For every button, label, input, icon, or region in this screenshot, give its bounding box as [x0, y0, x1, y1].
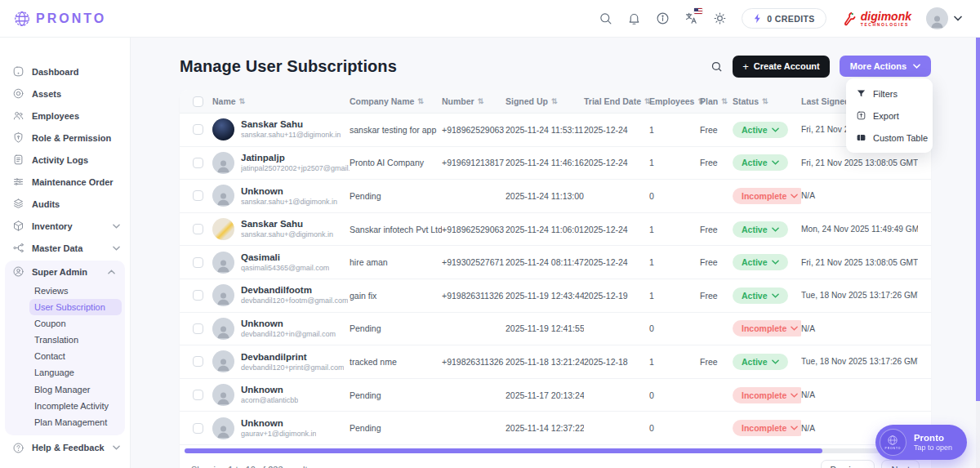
sidebar-item-super-admin[interactable]: Super Admin	[5, 261, 125, 283]
status-badge[interactable]: Active	[733, 154, 788, 171]
table-row[interactable]: Unknown acorn@atlanticbb Pending 2025-11…	[180, 379, 931, 412]
cell-signed-up: 2025-11-17 20:13:24	[506, 390, 584, 400]
table-row[interactable]: Unknown sanskar.sahu+1@digimonk.in Pendi…	[180, 180, 931, 213]
sidebar-item-label: Super Admin	[32, 267, 100, 277]
table-row[interactable]: Devbandilfootm devbandil120+footm@gmail.…	[180, 279, 931, 313]
sidebar-subitem-translation[interactable]: Translation	[29, 332, 122, 348]
cell-name: Sanskar Sahu sanskar.sahu+@digimonk.in	[212, 218, 350, 240]
menu-item-label: Custom Table	[873, 133, 928, 143]
status-badge[interactable]: Active	[733, 221, 788, 238]
pronto-assistant-widget[interactable]: PRONTO Pronto Tap to open	[875, 425, 967, 460]
row-checkbox[interactable]	[193, 257, 203, 268]
sidebar-subitem-plan-management[interactable]: Plan Management	[29, 414, 122, 430]
column-header-status[interactable]: Status⇅	[733, 96, 801, 106]
status-badge[interactable]: Active	[733, 354, 788, 370]
notifications-icon[interactable]	[627, 11, 641, 25]
menu-item-custom-table[interactable]: Custom Table	[846, 127, 933, 149]
sort-icon[interactable]: ⇅	[239, 97, 246, 105]
table-row[interactable]: Sanskar Sahu sanskar.sahu+@digimonk.in S…	[180, 213, 931, 247]
status-badge[interactable]: Active	[733, 122, 788, 138]
previous-page-button[interactable]: Previous	[821, 460, 875, 468]
audits-icon	[12, 198, 24, 210]
menu-item-filters[interactable]: Filters	[846, 82, 933, 105]
sidebar-item-activity-logs[interactable]: Activity Logs	[0, 149, 130, 171]
status-badge[interactable]: Active	[733, 254, 788, 270]
sidebar-subitem-language[interactable]: Language	[29, 364, 122, 381]
next-page-button[interactable]: Next	[881, 460, 920, 468]
column-header-trial-end-date[interactable]: Trial End Date⇅	[584, 96, 649, 106]
sidebar-subitem-reviews[interactable]: Reviews	[29, 283, 122, 299]
sidebar-item-audits[interactable]: Audits	[0, 193, 130, 215]
table-row[interactable]: Qasimali qasimali54365@gmail.com hire am…	[180, 246, 931, 279]
brand-logo[interactable]: PRONTO	[13, 10, 106, 28]
row-checkbox[interactable]	[193, 124, 203, 135]
sidebar-subitem-blog-manager[interactable]: Blog Manager	[29, 381, 122, 398]
sidebar-item-role-permission[interactable]: Role & Permission	[0, 127, 130, 149]
topbar-icons	[599, 11, 727, 25]
user-menu[interactable]	[926, 7, 962, 29]
sidebar-item-dashboard[interactable]: Dashboard	[0, 60, 130, 82]
sidebar-subitem-coupon[interactable]: Coupon	[29, 315, 122, 332]
sidebar-item-inventory[interactable]: Inventory	[0, 215, 130, 237]
sidebar-subitem-incomplete-activity[interactable]: Incomplete Activity	[29, 398, 122, 414]
assets-icon	[12, 87, 24, 100]
table-row[interactable]: Unknown devbandil120+in@gmail.com Pendin…	[180, 313, 931, 346]
user-name: Unknown	[241, 384, 298, 396]
table-search-button[interactable]	[710, 60, 723, 73]
horizontal-scrollbar-thumb[interactable]	[185, 448, 822, 453]
search-icon[interactable]	[599, 11, 612, 25]
horizontal-scrollbar[interactable]	[185, 448, 926, 453]
status-badge[interactable]: Active	[733, 287, 788, 304]
table-row[interactable]: Jatinpaljp jatinpal25072002+jp2507@gmail…	[180, 147, 931, 181]
column-header-number[interactable]: Number⇅	[442, 96, 506, 106]
status-badge[interactable]: Incomplete	[733, 188, 801, 204]
row-checkbox[interactable]	[193, 190, 203, 201]
sidebar-item-master-data[interactable]: Master Data	[0, 237, 130, 259]
sidebar-item-maintenance-order[interactable]: Maintenance Order	[0, 171, 130, 193]
status-badge[interactable]: Incomplete	[733, 320, 801, 337]
sort-icon[interactable]: ⇅	[721, 97, 728, 105]
table-row[interactable]: Devbandilprint devbandil120+print@gmail.…	[180, 345, 931, 379]
menu-item-export[interactable]: Export	[846, 105, 933, 127]
row-checkbox[interactable]	[193, 158, 203, 168]
row-checkbox[interactable]	[193, 390, 203, 400]
column-header-company-name[interactable]: Company Name⇅	[350, 96, 442, 106]
status-badge[interactable]: Incomplete	[733, 387, 801, 403]
sort-icon[interactable]: ⇅	[551, 97, 558, 105]
row-checkbox[interactable]	[193, 356, 203, 367]
user-name: Sanskar Sahu	[241, 118, 341, 131]
sidebar-item-label: Maintenance Order	[32, 177, 122, 187]
sort-icon[interactable]: ⇅	[762, 97, 768, 105]
row-checkbox[interactable]	[193, 290, 203, 301]
theme-icon[interactable]	[713, 11, 727, 25]
translate-icon[interactable]	[684, 11, 698, 25]
sidebar-subitem-user-subscription[interactable]: User Subscription	[29, 299, 122, 315]
select-all-checkbox[interactable]	[193, 96, 203, 107]
org-logo: digimonk TECHNOLOGIES	[841, 11, 911, 27]
vertical-scrollbar-thumb[interactable]	[976, 38, 980, 401]
table-row[interactable]: Sanskar Sahu sanskar.sahu+11@digimonk.in…	[180, 114, 931, 147]
info-icon[interactable]	[656, 11, 670, 25]
more-actions-button[interactable]: More Actions	[840, 56, 931, 77]
column-header-employees[interactable]: Employees⇅	[649, 96, 700, 106]
sidebar-subitem-contact[interactable]: Contact	[29, 348, 122, 364]
vertical-scrollbar[interactable]	[976, 38, 980, 468]
row-checkbox[interactable]	[193, 423, 203, 434]
column-header-plan[interactable]: Plan⇅	[700, 96, 733, 106]
row-checkbox[interactable]	[193, 323, 203, 334]
sidebar-item-help-feedback[interactable]: Help & Feedback	[0, 437, 130, 459]
credits-pill[interactable]: 0 CREDITS	[742, 8, 826, 29]
table-row[interactable]: Unknown gaurav+1@digimonk.in Pending 202…	[180, 412, 931, 445]
row-checkbox[interactable]	[193, 224, 203, 234]
sort-icon[interactable]: ⇅	[478, 97, 484, 105]
status-badge[interactable]: Incomplete	[733, 420, 801, 436]
create-account-button[interactable]: + Create Account	[733, 56, 829, 78]
cell-name: Devbandilfootm devbandil120+footm@gmail.…	[212, 284, 350, 306]
column-header-name[interactable]: Name⇅	[212, 96, 350, 106]
chevron-down-icon	[791, 194, 798, 198]
sidebar-item-employees[interactable]: Employees	[0, 105, 130, 127]
column-header-signed-up[interactable]: Signed Up⇅	[506, 96, 584, 106]
user-avatar	[212, 218, 234, 240]
sort-icon[interactable]: ⇅	[417, 97, 424, 105]
sidebar-item-assets[interactable]: Assets	[0, 82, 130, 105]
